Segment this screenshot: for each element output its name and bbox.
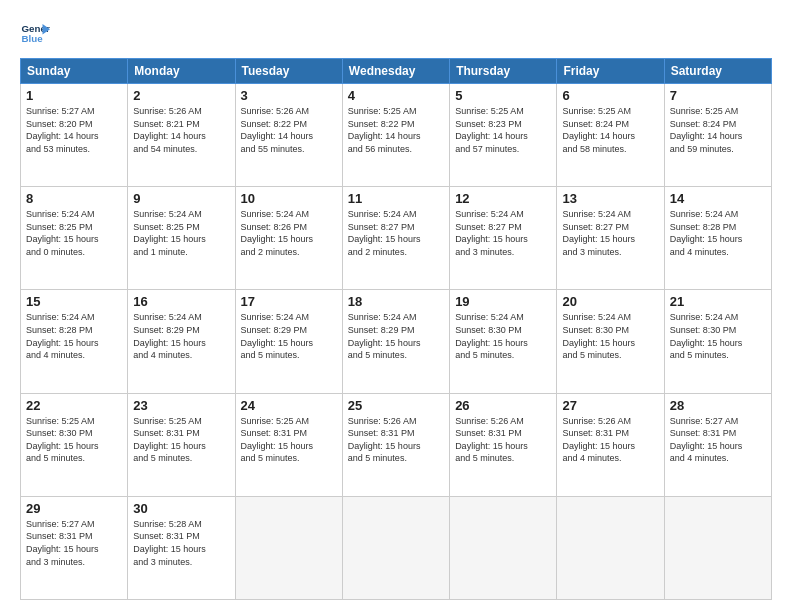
page: General Blue SundayMondayTuesdayWednesda… [0, 0, 792, 612]
logo: General Blue [20, 18, 50, 48]
day-number: 16 [133, 294, 229, 309]
calendar-cell [664, 496, 771, 599]
calendar-cell: 27Sunrise: 5:26 AM Sunset: 8:31 PM Dayli… [557, 393, 664, 496]
calendar-cell: 22Sunrise: 5:25 AM Sunset: 8:30 PM Dayli… [21, 393, 128, 496]
calendar-cell: 7Sunrise: 5:25 AM Sunset: 8:24 PM Daylig… [664, 84, 771, 187]
day-number: 30 [133, 501, 229, 516]
calendar-cell: 15Sunrise: 5:24 AM Sunset: 8:28 PM Dayli… [21, 290, 128, 393]
day-info: Sunrise: 5:24 AM Sunset: 8:29 PM Dayligh… [241, 311, 337, 361]
day-number: 18 [348, 294, 444, 309]
day-info: Sunrise: 5:24 AM Sunset: 8:27 PM Dayligh… [348, 208, 444, 258]
calendar-body: 1Sunrise: 5:27 AM Sunset: 8:20 PM Daylig… [21, 84, 772, 600]
header: General Blue [20, 18, 772, 48]
calendar-cell: 4Sunrise: 5:25 AM Sunset: 8:22 PM Daylig… [342, 84, 449, 187]
day-number: 22 [26, 398, 122, 413]
calendar-cell: 9Sunrise: 5:24 AM Sunset: 8:25 PM Daylig… [128, 187, 235, 290]
day-number: 11 [348, 191, 444, 206]
calendar-cell: 26Sunrise: 5:26 AM Sunset: 8:31 PM Dayli… [450, 393, 557, 496]
calendar-cell: 13Sunrise: 5:24 AM Sunset: 8:27 PM Dayli… [557, 187, 664, 290]
calendar-cell [450, 496, 557, 599]
calendar-header-sunday: Sunday [21, 59, 128, 84]
day-info: Sunrise: 5:28 AM Sunset: 8:31 PM Dayligh… [133, 518, 229, 568]
calendar-cell [235, 496, 342, 599]
calendar-week-3: 15Sunrise: 5:24 AM Sunset: 8:28 PM Dayli… [21, 290, 772, 393]
calendar-cell: 25Sunrise: 5:26 AM Sunset: 8:31 PM Dayli… [342, 393, 449, 496]
calendar-cell: 12Sunrise: 5:24 AM Sunset: 8:27 PM Dayli… [450, 187, 557, 290]
day-info: Sunrise: 5:24 AM Sunset: 8:30 PM Dayligh… [670, 311, 766, 361]
day-info: Sunrise: 5:25 AM Sunset: 8:24 PM Dayligh… [670, 105, 766, 155]
calendar-cell: 19Sunrise: 5:24 AM Sunset: 8:30 PM Dayli… [450, 290, 557, 393]
calendar-cell [342, 496, 449, 599]
day-number: 15 [26, 294, 122, 309]
day-info: Sunrise: 5:27 AM Sunset: 8:31 PM Dayligh… [26, 518, 122, 568]
calendar-cell: 11Sunrise: 5:24 AM Sunset: 8:27 PM Dayli… [342, 187, 449, 290]
calendar-week-1: 1Sunrise: 5:27 AM Sunset: 8:20 PM Daylig… [21, 84, 772, 187]
calendar-cell: 21Sunrise: 5:24 AM Sunset: 8:30 PM Dayli… [664, 290, 771, 393]
day-info: Sunrise: 5:27 AM Sunset: 8:20 PM Dayligh… [26, 105, 122, 155]
day-info: Sunrise: 5:24 AM Sunset: 8:25 PM Dayligh… [133, 208, 229, 258]
day-number: 8 [26, 191, 122, 206]
day-number: 9 [133, 191, 229, 206]
day-info: Sunrise: 5:25 AM Sunset: 8:30 PM Dayligh… [26, 415, 122, 465]
calendar-cell: 8Sunrise: 5:24 AM Sunset: 8:25 PM Daylig… [21, 187, 128, 290]
day-info: Sunrise: 5:26 AM Sunset: 8:31 PM Dayligh… [455, 415, 551, 465]
day-info: Sunrise: 5:24 AM Sunset: 8:29 PM Dayligh… [348, 311, 444, 361]
calendar-cell: 10Sunrise: 5:24 AM Sunset: 8:26 PM Dayli… [235, 187, 342, 290]
svg-text:Blue: Blue [22, 33, 44, 44]
day-info: Sunrise: 5:24 AM Sunset: 8:27 PM Dayligh… [562, 208, 658, 258]
calendar-week-2: 8Sunrise: 5:24 AM Sunset: 8:25 PM Daylig… [21, 187, 772, 290]
day-number: 25 [348, 398, 444, 413]
day-info: Sunrise: 5:24 AM Sunset: 8:30 PM Dayligh… [562, 311, 658, 361]
calendar-cell: 1Sunrise: 5:27 AM Sunset: 8:20 PM Daylig… [21, 84, 128, 187]
day-number: 2 [133, 88, 229, 103]
logo-icon: General Blue [20, 18, 50, 48]
day-info: Sunrise: 5:24 AM Sunset: 8:29 PM Dayligh… [133, 311, 229, 361]
day-number: 28 [670, 398, 766, 413]
calendar-header-wednesday: Wednesday [342, 59, 449, 84]
day-number: 7 [670, 88, 766, 103]
calendar-week-4: 22Sunrise: 5:25 AM Sunset: 8:30 PM Dayli… [21, 393, 772, 496]
day-number: 27 [562, 398, 658, 413]
day-number: 14 [670, 191, 766, 206]
day-info: Sunrise: 5:26 AM Sunset: 8:22 PM Dayligh… [241, 105, 337, 155]
day-info: Sunrise: 5:25 AM Sunset: 8:31 PM Dayligh… [241, 415, 337, 465]
calendar-cell: 30Sunrise: 5:28 AM Sunset: 8:31 PM Dayli… [128, 496, 235, 599]
day-number: 29 [26, 501, 122, 516]
day-number: 3 [241, 88, 337, 103]
day-info: Sunrise: 5:25 AM Sunset: 8:22 PM Dayligh… [348, 105, 444, 155]
day-info: Sunrise: 5:24 AM Sunset: 8:30 PM Dayligh… [455, 311, 551, 361]
day-info: Sunrise: 5:26 AM Sunset: 8:31 PM Dayligh… [348, 415, 444, 465]
day-info: Sunrise: 5:24 AM Sunset: 8:25 PM Dayligh… [26, 208, 122, 258]
calendar-cell: 29Sunrise: 5:27 AM Sunset: 8:31 PM Dayli… [21, 496, 128, 599]
calendar-table: SundayMondayTuesdayWednesdayThursdayFrid… [20, 58, 772, 600]
calendar-header-saturday: Saturday [664, 59, 771, 84]
day-number: 20 [562, 294, 658, 309]
day-number: 13 [562, 191, 658, 206]
calendar-cell: 24Sunrise: 5:25 AM Sunset: 8:31 PM Dayli… [235, 393, 342, 496]
day-number: 17 [241, 294, 337, 309]
day-number: 4 [348, 88, 444, 103]
calendar-cell: 28Sunrise: 5:27 AM Sunset: 8:31 PM Dayli… [664, 393, 771, 496]
calendar-cell: 23Sunrise: 5:25 AM Sunset: 8:31 PM Dayli… [128, 393, 235, 496]
day-number: 12 [455, 191, 551, 206]
day-number: 1 [26, 88, 122, 103]
calendar-cell: 18Sunrise: 5:24 AM Sunset: 8:29 PM Dayli… [342, 290, 449, 393]
day-number: 5 [455, 88, 551, 103]
calendar-header-thursday: Thursday [450, 59, 557, 84]
calendar-week-5: 29Sunrise: 5:27 AM Sunset: 8:31 PM Dayli… [21, 496, 772, 599]
day-number: 19 [455, 294, 551, 309]
calendar-cell: 5Sunrise: 5:25 AM Sunset: 8:23 PM Daylig… [450, 84, 557, 187]
day-info: Sunrise: 5:24 AM Sunset: 8:27 PM Dayligh… [455, 208, 551, 258]
calendar-cell: 20Sunrise: 5:24 AM Sunset: 8:30 PM Dayli… [557, 290, 664, 393]
day-info: Sunrise: 5:25 AM Sunset: 8:24 PM Dayligh… [562, 105, 658, 155]
day-number: 6 [562, 88, 658, 103]
calendar-cell: 17Sunrise: 5:24 AM Sunset: 8:29 PM Dayli… [235, 290, 342, 393]
day-number: 24 [241, 398, 337, 413]
calendar-header-tuesday: Tuesday [235, 59, 342, 84]
day-number: 21 [670, 294, 766, 309]
day-info: Sunrise: 5:25 AM Sunset: 8:23 PM Dayligh… [455, 105, 551, 155]
day-info: Sunrise: 5:24 AM Sunset: 8:26 PM Dayligh… [241, 208, 337, 258]
calendar-cell [557, 496, 664, 599]
calendar-cell: 14Sunrise: 5:24 AM Sunset: 8:28 PM Dayli… [664, 187, 771, 290]
calendar-header-monday: Monday [128, 59, 235, 84]
